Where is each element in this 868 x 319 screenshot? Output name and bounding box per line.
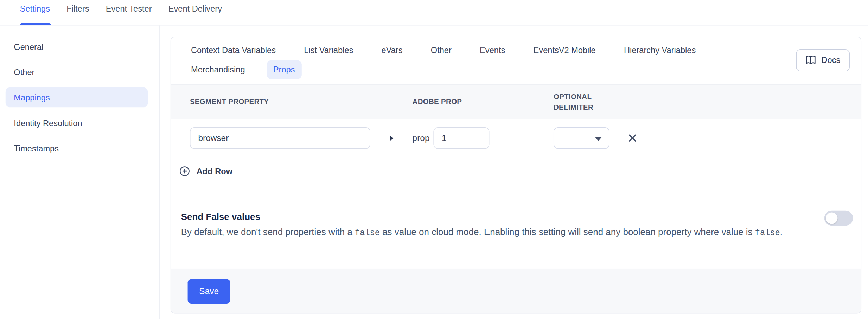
sidebar-item-identity-resolution[interactable]: Identity Resolution xyxy=(6,113,148,133)
desc-text-3: . xyxy=(780,227,783,236)
send-false-text: Send False values By default, we don't s… xyxy=(181,212,794,240)
sidebar-item-mappings[interactable]: Mappings xyxy=(6,87,148,108)
toggle-knob xyxy=(826,212,837,224)
tab-settings[interactable]: Settings xyxy=(20,0,50,25)
send-false-toggle[interactable] xyxy=(824,211,853,226)
mapping-row: prop xyxy=(171,119,861,149)
chevron-down-icon xyxy=(595,137,602,141)
send-false-title: Send False values xyxy=(181,212,794,222)
tab-other-variables[interactable]: Other xyxy=(424,41,458,60)
column-header-optional-delimiter: OPTIONAL DELIMITER xyxy=(554,91,605,112)
column-header-adobe-prop: ADOBE PROP xyxy=(413,96,554,107)
tab-filters[interactable]: Filters xyxy=(66,0,89,25)
variable-tabs-row: Context Data Variables List Variables eV… xyxy=(171,37,861,84)
desc-text-1: By default, we don't send properties wit… xyxy=(181,227,355,236)
book-icon xyxy=(805,55,816,65)
sidebar-item-other[interactable]: Other xyxy=(6,62,148,82)
arrow-right-icon xyxy=(389,135,393,141)
remove-row-button[interactable] xyxy=(628,133,637,143)
desc-text-2: as value on cloud mode. Enabling this se… xyxy=(380,227,755,236)
tab-event-delivery[interactable]: Event Delivery xyxy=(168,0,222,25)
save-button[interactable]: Save xyxy=(188,279,230,303)
tab-props[interactable]: Props xyxy=(267,60,301,79)
docs-button-label: Docs xyxy=(821,55,840,65)
segment-property-input[interactable] xyxy=(190,127,370,149)
add-row-button[interactable]: Add Row xyxy=(179,166,861,176)
prop-number-input[interactable] xyxy=(433,127,489,149)
prop-prefix-label: prop xyxy=(413,133,430,143)
sidebar-item-general[interactable]: General xyxy=(6,37,148,57)
main-area: Context Data Variables List Variables eV… xyxy=(160,25,868,319)
docs-button[interactable]: Docs xyxy=(796,49,850,71)
card-footer: Save xyxy=(171,269,861,313)
settings-sidebar: General Other Mappings Identity Resoluti… xyxy=(0,25,160,319)
false-code-2: false xyxy=(755,228,780,238)
mappings-card: Context Data Variables List Variables eV… xyxy=(171,37,861,314)
tab-hierarchy-variables[interactable]: Hierarchy Variables xyxy=(617,41,702,60)
close-icon xyxy=(628,133,637,143)
mapping-table-header: SEGMENT PROPERTY ADOBE PROP OPTIONAL DEL… xyxy=(171,84,861,119)
tab-list-variables[interactable]: List Variables xyxy=(297,41,360,60)
variable-tabs-line-1: Context Data Variables List Variables eV… xyxy=(184,41,702,60)
mapping-arrow-cell xyxy=(370,135,413,141)
delimiter-select[interactable] xyxy=(554,127,609,149)
send-false-section: Send False values By default, we don't s… xyxy=(171,212,861,240)
tab-events[interactable]: Events xyxy=(473,41,512,60)
tab-event-tester[interactable]: Event Tester xyxy=(106,0,152,25)
plus-circle-icon xyxy=(179,166,190,176)
content-layout: General Other Mappings Identity Resoluti… xyxy=(0,25,868,319)
variable-tabs: Context Data Variables List Variables eV… xyxy=(184,41,702,79)
variable-tabs-line-2: Merchandising Props xyxy=(184,60,702,79)
delimiter-cell xyxy=(554,127,850,149)
tab-evars[interactable]: eVars xyxy=(375,41,409,60)
top-nav: Settings Filters Event Tester Event Deli… xyxy=(0,0,868,25)
adobe-prop-cell: prop xyxy=(413,127,554,149)
tab-context-data-variables[interactable]: Context Data Variables xyxy=(184,41,282,60)
sidebar-item-timestamps[interactable]: Timestamps xyxy=(6,138,148,158)
tab-eventsv2-mobile[interactable]: EventsV2 Mobile xyxy=(527,41,602,60)
page: Settings Filters Event Tester Event Deli… xyxy=(0,0,868,319)
add-row-label: Add Row xyxy=(197,167,232,176)
false-code-1: false xyxy=(355,228,380,238)
column-header-segment-property: SEGMENT PROPERTY xyxy=(190,96,370,107)
tab-merchandising[interactable]: Merchandising xyxy=(184,60,251,79)
send-false-description: By default, we don't send properties wit… xyxy=(181,225,794,240)
